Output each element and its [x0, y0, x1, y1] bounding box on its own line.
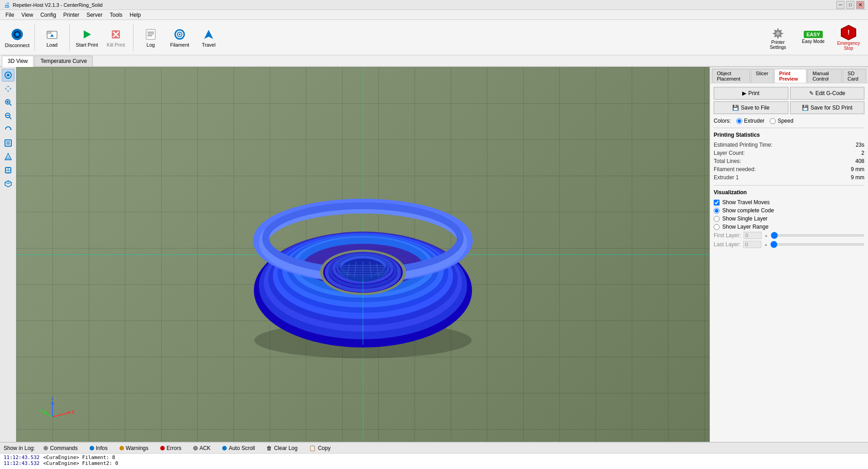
colors-label: Colors:	[714, 118, 731, 124]
tab-manual-control[interactable]: Manual Control	[807, 69, 841, 83]
close-button[interactable]: ✕	[856, 1, 864, 9]
stat-filament-needed: Filament needed: 9 mm	[714, 165, 864, 173]
warnings-toggle[interactable]: Warnings	[116, 444, 152, 453]
title-bar: 🖨 Repetier-Host V2.1.3 - CenterRing_Soli…	[0, 0, 868, 10]
printer-settings-button[interactable]: Printer Settings	[762, 22, 794, 53]
clear-log-icon: 🗑	[267, 445, 272, 451]
toolbar-separator-1	[34, 24, 35, 51]
last-layer-input[interactable]	[743, 241, 761, 248]
viz-show-travel-moves: Show Travel Moves	[714, 198, 864, 206]
first-layer-slider[interactable]	[771, 234, 864, 236]
divider-1	[714, 128, 864, 128]
show-single-layer-radio[interactable]	[714, 216, 720, 222]
last-layer-spinner-up[interactable]: ▲	[764, 243, 768, 247]
first-layer-input[interactable]	[744, 232, 762, 239]
auto-scroll-indicator	[222, 446, 227, 450]
start-print-icon	[80, 28, 94, 41]
disconnect-button[interactable]: Disconnect	[4, 22, 31, 53]
tool-view-front[interactable]	[2, 137, 14, 149]
svg-point-15	[179, 34, 181, 35]
menu-printer[interactable]: Printer	[60, 11, 83, 19]
tool-view-top[interactable]	[2, 164, 14, 177]
easy-mode-button[interactable]: EASY Easy Mode	[797, 22, 829, 53]
tool-move[interactable]	[2, 82, 14, 95]
svg-marker-73	[51, 401, 54, 404]
show-complete-code-radio[interactable]	[714, 208, 720, 214]
tab-sd-card[interactable]: SD Card	[843, 69, 866, 83]
errors-toggle[interactable]: Errors	[157, 444, 185, 453]
kill-print-button[interactable]: Kill Print	[102, 22, 129, 53]
save-action-row: 💾 Save to File 💾 Save for SD Print	[714, 101, 864, 114]
toolbar-separator-3	[133, 24, 134, 51]
first-layer-spinner-up[interactable]: ▲	[764, 234, 768, 238]
svg-line-26	[10, 117, 11, 119]
menu-tools[interactable]: Tools	[106, 11, 126, 19]
load-icon	[45, 28, 59, 41]
clear-log-button[interactable]: 🗑 Clear Log	[263, 444, 300, 453]
commands-toggle[interactable]: Commands	[40, 444, 81, 453]
filament-button[interactable]: Filament	[166, 22, 193, 53]
tab-3d-view[interactable]: 3D View	[2, 56, 33, 67]
auto-scroll-toggle[interactable]: Auto Scroll	[219, 444, 258, 453]
toolbar-right: Printer Settings EASY Easy Mode ! Emerge…	[762, 22, 864, 53]
save-to-file-button[interactable]: 💾 Save to File	[714, 101, 788, 114]
tab-print-preview[interactable]: Print Preview	[774, 69, 807, 83]
log-button[interactable]: Log	[137, 22, 164, 53]
3d-viewport[interactable]: X Y Z	[16, 67, 710, 442]
menu-file[interactable]: File	[2, 11, 18, 19]
load-button[interactable]: Load	[38, 22, 66, 53]
print-button[interactable]: ▶ Print	[714, 87, 788, 100]
stat-estimated-time: Estimated Printing Time: 23s	[714, 141, 864, 149]
menu-server[interactable]: Server	[83, 11, 106, 19]
app-icon: 🖨	[4, 1, 10, 9]
left-toolbar	[0, 67, 16, 442]
edit-gcode-button[interactable]: ✎ Edit G-Code	[790, 87, 865, 100]
svg-point-16	[776, 32, 780, 35]
menu-help[interactable]: Help	[126, 11, 145, 19]
save-sd-icon: 💾	[802, 105, 809, 111]
errors-indicator	[160, 446, 165, 450]
copy-icon: 📋	[309, 445, 316, 451]
last-layer-slider[interactable]	[770, 244, 864, 245]
primary-action-row: ▶ Print ✎ Edit G-Code	[714, 87, 864, 100]
start-print-button[interactable]: Start Print	[73, 22, 100, 53]
tab-slicer[interactable]: Slicer	[751, 69, 773, 83]
color-speed-radio[interactable]: Speed	[770, 118, 793, 124]
color-extruder-radio[interactable]: Extruder	[736, 118, 764, 124]
tool-zoom-in[interactable]	[2, 96, 14, 109]
app-title: Repetier-Host V2.1.3 - CenterRing_Solid	[13, 2, 103, 8]
tab-object-placement[interactable]: Object Placement	[712, 69, 750, 83]
svg-line-70	[43, 412, 52, 417]
tool-zoom-out[interactable]	[2, 110, 14, 122]
minimize-button[interactable]: ─	[836, 1, 844, 9]
menu-config[interactable]: Config	[37, 11, 60, 19]
bottom-area: Show in Log: Commands Infos Warnings Err…	[0, 442, 868, 469]
emergency-stop-button[interactable]: ! Emergency Stop	[833, 22, 864, 53]
printing-statistics-title: Printing Statistics	[714, 132, 864, 138]
log-entry-1: 11:12:43.532 <CuraEngine> Filament2: 0	[4, 460, 864, 466]
show-layer-range-radio[interactable]	[714, 224, 720, 230]
show-travel-moves-checkbox[interactable]	[714, 200, 720, 206]
menu-view[interactable]: View	[18, 11, 37, 19]
tool-view-side[interactable]	[2, 150, 14, 163]
ack-indicator	[193, 446, 198, 450]
right-panel-tabs: Object Placement Slicer Print Preview Ma…	[710, 67, 868, 83]
ack-toggle[interactable]: ACK	[190, 444, 214, 453]
filament-icon	[173, 28, 186, 41]
tool-view-3d[interactable]	[2, 177, 14, 190]
svg-point-20	[7, 74, 10, 77]
travel-icon	[202, 28, 215, 41]
maximize-button[interactable]: □	[846, 1, 854, 9]
tab-temperature-curve[interactable]: Temperature Curve	[34, 56, 93, 66]
infos-toggle[interactable]: Infos	[86, 444, 111, 453]
log-entry-0: 11:12:43.532 <CuraEngine> Filament: 8	[4, 455, 864, 460]
print-icon: ▶	[742, 90, 746, 96]
save-for-sd-button[interactable]: 💾 Save for SD Print	[790, 101, 865, 114]
kill-print-icon	[109, 28, 123, 41]
tool-select[interactable]	[2, 69, 14, 81]
tool-rotate[interactable]	[2, 123, 14, 136]
svg-rect-4	[47, 31, 51, 34]
travel-button[interactable]: Travel	[195, 22, 222, 53]
svg-text:Y: Y	[40, 409, 43, 414]
copy-button[interactable]: 📋 Copy	[306, 444, 334, 453]
